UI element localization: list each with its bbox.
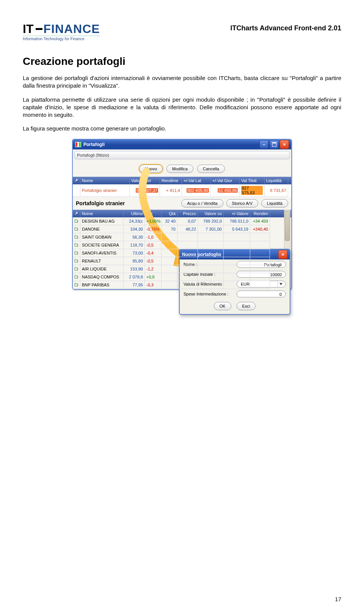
asset-valore <box>198 265 224 273</box>
row-icon[interactable] <box>73 249 80 257</box>
asset-prezzo: 48,22 <box>177 225 198 233</box>
nuovo-button[interactable]: Nuovo <box>139 165 163 173</box>
asset-var: -0,76% <box>145 225 162 233</box>
modifica-button[interactable]: Modifica <box>166 165 193 173</box>
col-valgior[interactable]: +/-Val Gior <box>211 177 240 184</box>
col-var[interactable]: Var <box>145 210 162 217</box>
ok-button[interactable]: OK <box>214 302 231 310</box>
asset-ultimo: 2 078,8 <box>124 273 145 281</box>
row-icon[interactable] <box>73 225 80 233</box>
asset-rend <box>250 281 270 289</box>
col-nome[interactable]: Nome <box>80 177 130 184</box>
row-icon[interactable] <box>73 241 80 249</box>
row-icon[interactable] <box>73 257 80 265</box>
asset-qta <box>162 249 177 257</box>
col-rendime[interactable]: Rendime <box>160 177 182 184</box>
acquisto-vendita-button[interactable]: Acqu o / Vendita <box>181 199 223 207</box>
portfolio-tab[interactable]: Portafogli (fittizio) <box>74 151 290 159</box>
asset-rend <box>250 273 270 281</box>
asset-ultimo: 153,90 <box>124 265 145 273</box>
asset-valore <box>198 249 224 257</box>
col-valtitoli[interactable]: Val Titoli <box>240 177 265 184</box>
spese-input[interactable]: 0 <box>237 291 286 297</box>
asset-row[interactable]: RENAULT85,80-0,5 <box>73 257 291 265</box>
portfolio-rend: + 411,4 <box>160 184 182 197</box>
asset-rend <box>250 265 270 273</box>
asset-row[interactable]: SOCIETE GENERA118,70-0,5 <box>73 241 291 249</box>
asset-ultimo: 56,30 <box>124 233 145 241</box>
asset-var: +3,05% <box>145 217 162 225</box>
portfolio-name: Portafolgio stranier <box>80 184 130 197</box>
row-icon[interactable] <box>73 281 80 289</box>
portfolio-subtitle-row: Portafolgio stranier Acqu o / Vendita St… <box>73 197 291 210</box>
window-title: Portafogli <box>83 142 105 147</box>
asset-valore: 788 292,0 <box>198 217 224 225</box>
asset-rend: +34 459 <box>250 217 270 225</box>
col-qta[interactable]: Qtà <box>162 210 177 217</box>
col-pmvalore[interactable]: +/-Valore <box>224 210 250 217</box>
esci-button[interactable]: Esci <box>237 302 256 310</box>
document-title: ITCharts Advanced Front-end 2.01 <box>231 23 341 32</box>
page-number: 17 <box>335 596 341 602</box>
asset-name: BNP PARIBAS <box>80 281 124 289</box>
col-ultimo[interactable]: Ultimo <box>124 210 145 217</box>
asset-row[interactable]: DESIGN BAU AG24,33(c+3,05%32 400,07788 2… <box>73 217 291 225</box>
asset-qta <box>162 233 177 241</box>
row-icon[interactable] <box>73 273 80 281</box>
asset-name: DESIGN BAU AG <box>80 217 124 225</box>
asset-valore <box>198 233 224 241</box>
asset-ultimo: 104,30 <box>124 225 145 233</box>
asset-row[interactable]: DANONE104,30-0,76%7048,227 301,005 643,1… <box>73 225 291 233</box>
portfolio-subtitle: Portafolgio stranier <box>76 200 178 206</box>
storico-button[interactable]: Storico A/V <box>226 199 258 207</box>
minimize-button[interactable]: – <box>259 140 268 149</box>
paragraph-3: La figura seguente mostra come generare … <box>23 125 341 132</box>
asset-pm: 786 011,0 <box>224 217 250 225</box>
liquidita-button[interactable]: Liquidità <box>261 199 288 207</box>
asset-row[interactable]: NASDAQ COMPOS2 078,8+0,8 <box>73 273 291 281</box>
row-icon[interactable] <box>73 217 80 225</box>
asset-prezzo <box>177 233 198 241</box>
col-valoreco[interactable]: Valore co <box>198 210 224 217</box>
col-asset-nome[interactable]: Nome <box>80 210 124 217</box>
asset-row[interactable]: SANOFI-AVENTIS73,00-0,4 <box>73 249 291 257</box>
col-rendim[interactable]: Rendim <box>250 210 270 217</box>
titlebar[interactable]: Portafogli – × <box>73 140 291 149</box>
col-vallat[interactable]: +/-Val Lat <box>182 177 211 184</box>
asset-qta <box>162 281 177 289</box>
asset-var: -1,0 <box>145 233 162 241</box>
asset-rend: +340,40 <box>250 225 270 233</box>
asset-grid-header: Nome Ultimo Var Qtà Prezzo Valore co +/-… <box>73 210 291 217</box>
portfolio-liq: 8 731,67 <box>265 184 288 197</box>
wrench-icon[interactable] <box>73 177 80 184</box>
portfolio-row[interactable]: Portafolgio stranier 836 307,37 + 411,4 … <box>73 184 291 197</box>
asset-prezzo <box>177 249 198 257</box>
row-icon[interactable] <box>73 233 80 241</box>
asset-rend <box>250 257 270 265</box>
asset-row[interactable]: AIR LIQUIDE153,90-1,2 <box>73 265 291 273</box>
col-valore[interactable]: Valore corr <box>130 177 160 184</box>
asset-valore <box>198 257 224 265</box>
logo: IT FINANCE Information Technology for Fi… <box>23 23 100 41</box>
asset-name: SANOFI-AVENTIS <box>80 249 124 257</box>
logo-dash <box>36 28 42 30</box>
asset-row[interactable]: BNP PARIBAS77,95-0,3 <box>73 281 291 289</box>
wrench-icon[interactable] <box>73 210 80 217</box>
asset-ultimo: 118,70 <box>124 241 145 249</box>
row-icon[interactable] <box>73 265 80 273</box>
asset-rend <box>250 241 270 249</box>
asset-row[interactable]: SAINT GOBAIN56,30-1,0 <box>73 233 291 241</box>
cancella-button[interactable]: Cancella <box>197 165 225 173</box>
asset-valore: 7 301,00 <box>198 225 224 233</box>
asset-prezzo <box>177 281 198 289</box>
portfolio-grid-header: Nome Valore corr Rendime +/-Val Lat +/-V… <box>73 177 291 184</box>
portfolio-vallat: 802 405,90 <box>187 188 209 193</box>
col-liquidita[interactable]: Liquidità <box>265 177 288 184</box>
asset-ultimo: 77,95 <box>124 281 145 289</box>
maximize-button[interactable] <box>270 140 279 149</box>
col-prezzo[interactable]: Prezzo <box>177 210 198 217</box>
asset-name: AIR LIQUIDE <box>80 265 124 273</box>
asset-ultimo: 85,80 <box>124 257 145 265</box>
asset-pm <box>224 241 250 249</box>
close-button[interactable]: × <box>280 140 289 149</box>
